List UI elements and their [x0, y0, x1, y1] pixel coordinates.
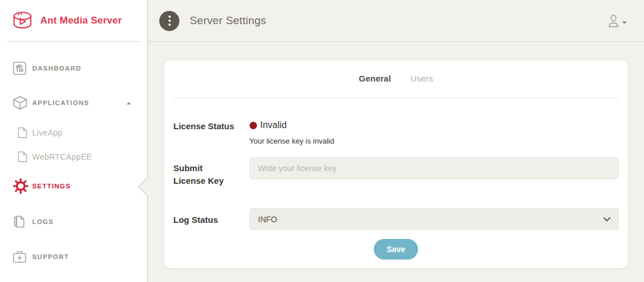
sidebar-nav: DASHBOARD APPLICATIONS LiveApp: [0, 42, 147, 274]
brand-name: Ant Media Server: [40, 15, 122, 26]
sidebar-item-applications[interactable]: APPLICATIONS: [0, 86, 147, 120]
dashboard-icon: [0, 61, 32, 75]
sidebar: Ant Media Server DASHBOARD: [0, 0, 148, 282]
tab-users[interactable]: Users: [411, 73, 433, 84]
topbar: Server Settings: [148, 0, 644, 42]
user-menu-button[interactable]: [607, 14, 627, 28]
file-icon: [0, 127, 32, 138]
sidebar-item-support[interactable]: SUPPORT: [0, 239, 147, 274]
file-icon: [0, 151, 32, 163]
settings-card: General Users License Status Invalid You…: [164, 60, 628, 268]
tab-general[interactable]: General: [359, 73, 391, 84]
sidebar-item-label: WebRTCAppEE: [32, 152, 92, 161]
support-icon: [0, 250, 32, 263]
logs-icon: [0, 215, 32, 229]
license-status-row: License Status Invalid Your license key …: [174, 120, 619, 145]
save-button[interactable]: Save: [374, 239, 418, 260]
gear-icon: [0, 178, 32, 194]
main-content: General Users License Status Invalid You…: [148, 43, 644, 282]
chevron-up-icon[interactable]: [126, 102, 131, 105]
chevron-down-icon: [622, 21, 627, 24]
sidebar-item-label: LOGS: [32, 218, 53, 225]
sidebar-item-dashboard[interactable]: DASHBOARD: [0, 51, 147, 86]
sidebar-item-label: APPLICATIONS: [32, 99, 89, 106]
sidebar-item-settings[interactable]: SETTINGS: [0, 168, 147, 204]
applications-icon: [0, 95, 32, 110]
license-key-input[interactable]: [250, 157, 619, 179]
sidebar-item-label: SETTINGS: [32, 183, 71, 190]
ant-media-logo-icon: [10, 10, 34, 32]
license-status-label: License Status: [174, 120, 250, 133]
tab-bar: General Users: [164, 60, 628, 84]
license-status-value: Invalid: [260, 120, 287, 130]
log-status-row: Log Status INFO: [174, 208, 619, 230]
sidebar-item-label: SUPPORT: [32, 253, 69, 260]
license-status-detail: Your license key is invalid: [250, 137, 619, 145]
submit-license-label: Submit License Key: [174, 157, 250, 187]
menu-kebab-button[interactable]: [159, 11, 179, 31]
invalid-status-dot: [250, 122, 257, 129]
sidebar-item-label: LiveApp: [32, 128, 63, 137]
log-status-label: Log Status: [174, 208, 250, 226]
sidebar-item-logs[interactable]: LOGS: [0, 204, 147, 239]
brand-logo[interactable]: Ant Media Server: [7, 0, 140, 42]
sidebar-item-liveapp[interactable]: LiveApp: [0, 120, 147, 145]
user-icon: [607, 14, 620, 28]
log-status-select[interactable]: INFO: [250, 208, 619, 230]
submit-license-row: Submit License Key: [174, 157, 619, 187]
sidebar-item-label: DASHBOARD: [32, 65, 82, 72]
server-settings-form: License Status Invalid Your license key …: [164, 98, 628, 260]
page-title: Server Settings: [190, 14, 266, 27]
sidebar-item-webrtcappee[interactable]: WebRTCAppEE: [0, 145, 147, 168]
